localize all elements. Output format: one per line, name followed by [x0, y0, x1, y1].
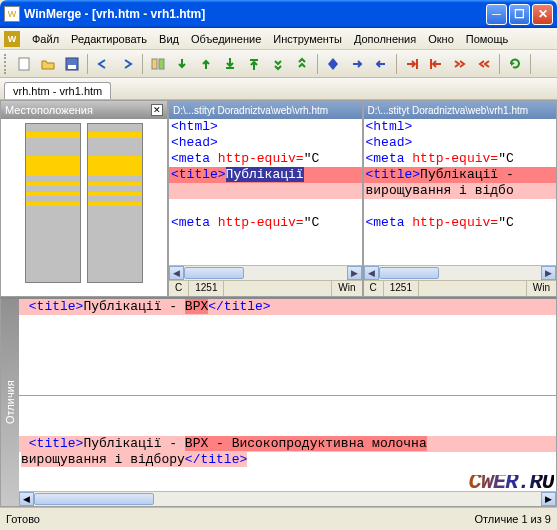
- undo-icon[interactable]: [92, 53, 114, 75]
- maximize-button[interactable]: ☐: [509, 4, 530, 25]
- diff-detail-bottom[interactable]: <title>Публікації - ВРХ - Високопродукти…: [19, 396, 556, 492]
- left-pane-path: D:\...stityt Doradniztva\web\vrh.htm: [169, 101, 362, 119]
- current-diff-icon[interactable]: [322, 53, 344, 75]
- svg-rect-6: [430, 59, 432, 69]
- menu-view[interactable]: Вид: [153, 31, 185, 47]
- menu-merge[interactable]: Объединение: [185, 31, 267, 47]
- toolbar-handle[interactable]: [4, 54, 8, 74]
- menu-window[interactable]: Окно: [422, 31, 460, 47]
- svg-rect-5: [416, 59, 418, 69]
- diff-detail-pane: Отличия <title>Публікації - ВРХ</title> …: [0, 297, 557, 507]
- diff-detail-hscroll[interactable]: ◀ ▶: [19, 491, 556, 506]
- close-button[interactable]: ✕: [532, 4, 553, 25]
- redo-icon[interactable]: [116, 53, 138, 75]
- right-pane-editor[interactable]: <html> <head> <meta http-equiv="C <title…: [364, 119, 557, 265]
- svg-rect-3: [152, 59, 157, 69]
- left-pane: D:\...stityt Doradniztva\web\vrh.htm <ht…: [168, 100, 363, 297]
- diff-panes: D:\...stityt Doradniztva\web\vrh.htm <ht…: [168, 100, 557, 297]
- main-area: Местоположения ✕ D:\...stityt Doradniz: [0, 100, 557, 297]
- document-tab[interactable]: vrh.htm - vrh1.htm: [4, 82, 111, 99]
- app-icon: W: [4, 6, 20, 22]
- diff-detail-tab[interactable]: Отличия: [1, 299, 19, 506]
- minimize-button[interactable]: ─: [486, 4, 507, 25]
- open-icon[interactable]: [37, 53, 59, 75]
- menu-plugins[interactable]: Дополнения: [348, 31, 422, 47]
- location-pane-close-icon[interactable]: ✕: [151, 104, 163, 116]
- copy-left-icon[interactable]: [370, 53, 392, 75]
- status-right: Отличие 1 из 9: [474, 513, 551, 525]
- location-pane-title: Местоположения: [5, 104, 93, 116]
- copy-right-icon[interactable]: [346, 53, 368, 75]
- location-bar-right[interactable]: [87, 123, 143, 283]
- menu-help[interactable]: Помощь: [460, 31, 515, 47]
- new-icon[interactable]: [13, 53, 35, 75]
- left-pane-status: C 1251 Win: [169, 280, 362, 296]
- doc-icon: W: [4, 31, 20, 47]
- menu-file[interactable]: Файл: [26, 31, 65, 47]
- copy-right-advance-icon[interactable]: [401, 53, 423, 75]
- svg-rect-4: [159, 59, 164, 69]
- location-pane: Местоположения ✕: [0, 100, 168, 297]
- next-diff-down-icon[interactable]: [267, 53, 289, 75]
- document-tabbar: vrh.htm - vrh1.htm: [0, 78, 557, 100]
- toolbar: [0, 50, 557, 78]
- menu-edit[interactable]: Редактировать: [65, 31, 153, 47]
- left-pane-editor[interactable]: <html> <head> <meta http-equiv="C <title…: [169, 119, 362, 265]
- left-pane-hscroll[interactable]: ◀▶: [169, 265, 362, 280]
- status-left: Готово: [6, 513, 40, 525]
- copy-left-advance-icon[interactable]: [425, 53, 447, 75]
- first-diff-icon[interactable]: [243, 53, 265, 75]
- diff-pane-icon[interactable]: [147, 53, 169, 75]
- svg-rect-0: [19, 58, 29, 70]
- location-pane-header: Местоположения ✕: [1, 101, 167, 119]
- location-pane-body[interactable]: [1, 119, 167, 296]
- menu-bar: W Файл Редактировать Вид Объединение Инс…: [0, 28, 557, 50]
- all-left-icon[interactable]: [473, 53, 495, 75]
- right-pane-status: C 1251 Win: [364, 280, 557, 296]
- svg-rect-2: [68, 65, 76, 69]
- save-icon[interactable]: [61, 53, 83, 75]
- diff-detail-top[interactable]: <title>Публікації - ВРХ</title>: [19, 299, 556, 396]
- status-bar: Готово Отличие 1 из 9: [0, 507, 557, 529]
- location-bar-left[interactable]: [25, 123, 81, 283]
- right-pane-path: D:\...stityt Doradniztva\web\vrh1.htm: [364, 101, 557, 119]
- all-right-icon[interactable]: [449, 53, 471, 75]
- last-diff-icon[interactable]: [219, 53, 241, 75]
- right-pane: D:\...stityt Doradniztva\web\vrh1.htm <h…: [363, 100, 558, 297]
- window-title: WinMerge - [vrh.htm - vrh1.htm]: [24, 7, 486, 21]
- window-titlebar: W WinMerge - [vrh.htm - vrh1.htm] ─ ☐ ✕: [0, 0, 557, 28]
- watermark-logo: CWER.RU: [469, 475, 554, 491]
- prev-diff-up-icon[interactable]: [291, 53, 313, 75]
- menu-tools[interactable]: Инструменты: [267, 31, 348, 47]
- next-diff-icon[interactable]: [171, 53, 193, 75]
- right-pane-hscroll[interactable]: ◀▶: [364, 265, 557, 280]
- prev-diff-icon[interactable]: [195, 53, 217, 75]
- refresh-icon[interactable]: [504, 53, 526, 75]
